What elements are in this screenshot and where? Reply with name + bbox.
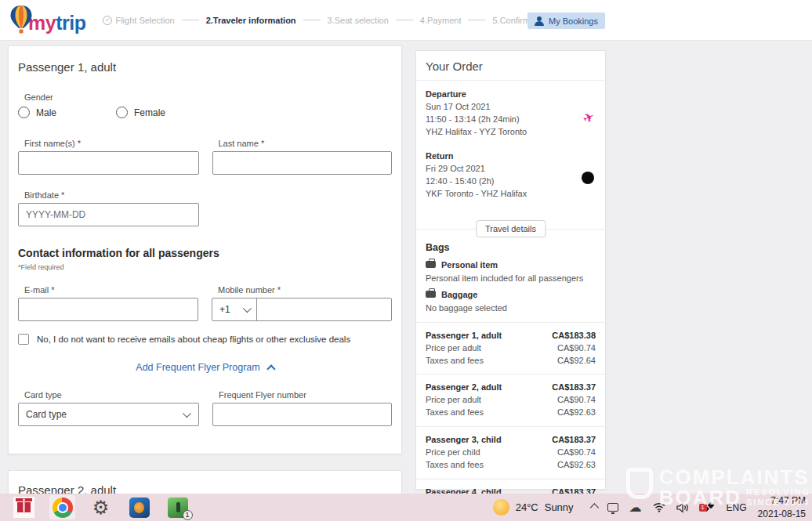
- dial-code-select[interactable]: +1: [212, 298, 257, 320]
- person-icon: [535, 16, 544, 26]
- airline-logo-icon: [582, 172, 594, 184]
- field-required-note: *Field required: [18, 263, 392, 271]
- personal-item-row: Personal item: [426, 260, 596, 270]
- green-app-icon: 1: [168, 497, 188, 518]
- gender-male-radio[interactable]: Male: [18, 107, 56, 118]
- contact-section-heading: Contact information for all passengers: [18, 247, 392, 259]
- wifi-icon[interactable]: [653, 502, 665, 512]
- gift-icon: [13, 497, 34, 518]
- cloud-icon: ☁: [629, 501, 642, 514]
- step-separator: [303, 20, 321, 20]
- top-navigation-bar: mytrip ✓ Flight Selection 2.Traveler inf…: [0, 0, 812, 41]
- mobile-number-input[interactable]: [257, 298, 391, 320]
- first-name-input[interactable]: [18, 151, 199, 175]
- notification-app-icon[interactable]: 1: [701, 502, 713, 513]
- notification-badge: 1: [183, 510, 193, 520]
- passenger-price-group: Passenger 2, adultCA$183.37 Price per ad…: [416, 374, 605, 427]
- last-name-input[interactable]: [212, 151, 393, 175]
- monitor-icon: [607, 503, 618, 512]
- baggage-row: Baggage: [426, 290, 596, 299]
- return-time: 12:40 - 15:40 (2h): [426, 175, 596, 188]
- step-separator: [396, 20, 413, 20]
- passenger-1-form-card: Passenger 1, adult Gender Male Female Fi…: [8, 45, 402, 454]
- bags-heading: Bags: [426, 242, 596, 253]
- departure-route: YHZ Halifax - YYZ Toronto: [426, 126, 596, 139]
- clock-date: 2021-08-15: [758, 508, 806, 520]
- passenger-price-group: Passenger 1, adultCA$183.38 Price per ad…: [416, 323, 605, 375]
- first-name-label: First name(s) *: [24, 139, 199, 148]
- taskbar-chrome-icon[interactable]: [49, 495, 75, 519]
- departure-date: Sun 17 Oct 2021: [426, 101, 596, 114]
- step-flight-selection[interactable]: ✓ Flight Selection: [103, 16, 174, 25]
- email-label: E-mail *: [24, 285, 198, 295]
- travel-details-button[interactable]: Travel details: [476, 220, 546, 237]
- email-optout-checkbox[interactable]: [18, 334, 29, 345]
- balloon-icon: [9, 5, 33, 36]
- weather-condition[interactable]: Sunny: [545, 501, 574, 513]
- step-traveler-information: 2.Traveler information: [206, 16, 296, 25]
- baggage-text: No baggage selected: [426, 303, 596, 313]
- chevron-down-icon: [183, 409, 191, 418]
- email-optout-checkbox-row[interactable]: No, I do not want to receive emails abou…: [18, 334, 392, 345]
- briefcase-icon: [426, 261, 436, 268]
- hidden-icons-chevron[interactable]: [590, 505, 596, 511]
- taskbar-clock[interactable]: 7:47 PM 2021-08-15: [758, 494, 806, 519]
- radio-circle[interactable]: [116, 107, 128, 118]
- gear-icon: ⚙: [92, 498, 110, 517]
- wifi-arcs-icon: [653, 502, 665, 512]
- suitcase-icon: [426, 291, 436, 298]
- sparkle-icon: 1: [701, 502, 713, 513]
- chrome-icon: [53, 497, 73, 518]
- step-separator: [468, 20, 485, 20]
- order-title: Your Order: [416, 51, 605, 81]
- birthdate-input[interactable]: [18, 203, 199, 226]
- flight-summary-section: Departure Sun 17 Oct 2021 11:50 - 13:14 …: [416, 81, 605, 230]
- email-optout-label: No, I do not want to receive emails abou…: [37, 335, 350, 344]
- card-type-label: Card type: [24, 390, 199, 400]
- return-route: YKF Toronto - YHZ Halifax: [426, 188, 596, 201]
- weather-temperature[interactable]: 24°C: [516, 501, 538, 513]
- taskbar-gift-app-icon[interactable]: [11, 495, 37, 519]
- checkout-steps: ✓ Flight Selection 2.Traveler informatio…: [103, 16, 549, 25]
- order-summary-panel: Your Order Departure Sun 17 Oct 2021 11:…: [415, 50, 606, 490]
- personal-item-text: Personal item included for all passenger…: [426, 273, 596, 283]
- email-input[interactable]: [18, 298, 198, 321]
- step-separator: [182, 20, 199, 20]
- onedrive-cloud-icon[interactable]: ☁: [629, 501, 642, 514]
- windows-taskbar: ⚙ 1 24°C Sunny ☁: [0, 494, 812, 521]
- language-indicator[interactable]: ENG: [727, 502, 747, 513]
- my-bookings-button[interactable]: My Bookings: [527, 13, 605, 29]
- radio-circle[interactable]: [18, 107, 30, 118]
- step-done-icon: ✓: [103, 16, 112, 25]
- taskbar-settings-icon[interactable]: ⚙: [88, 495, 114, 519]
- add-frequent-flyer-link[interactable]: Add Frequent Flyer Program: [18, 362, 392, 373]
- volume-icon[interactable]: [676, 502, 690, 513]
- passenger-price-group: Passenger 3, childCA$183.37 Price per ch…: [416, 427, 605, 479]
- card-type-select[interactable]: Card type: [18, 403, 199, 426]
- blue-app-icon: [129, 497, 150, 518]
- frequent-flyer-number-label: Frequent Flyer number: [219, 390, 392, 400]
- step-payment: 4.Payment: [420, 16, 462, 25]
- cast-display-icon[interactable]: [607, 503, 618, 512]
- clock-time: 7:47 PM: [758, 494, 806, 507]
- departure-time: 11:50 - 13:14 (2h 24min): [426, 114, 596, 126]
- logo-wordmark: mytrip: [28, 13, 85, 36]
- speaker-icon: [676, 502, 690, 513]
- frequent-flyer-number-input[interactable]: [212, 403, 392, 426]
- return-flight: Return Fri 29 Oct 2021 12:40 - 15:40 (2h…: [426, 151, 596, 201]
- tray-notification-badge: 1: [699, 504, 707, 512]
- gender-label: Gender: [24, 92, 392, 102]
- gender-female-radio[interactable]: Female: [116, 107, 165, 118]
- passenger-1-title: Passenger 1, adult: [18, 60, 392, 74]
- step-seat-selection: 3.Seat selection: [328, 16, 389, 25]
- chevron-down-icon: [243, 304, 252, 313]
- taskbar-green-app-icon[interactable]: 1: [165, 495, 190, 519]
- mytrip-logo[interactable]: mytrip: [9, 5, 85, 36]
- chevron-up-icon: [266, 364, 275, 373]
- return-date: Fri 29 Oct 2021: [426, 163, 596, 175]
- taskbar-blue-app-icon[interactable]: [126, 495, 152, 519]
- chevron-up-icon: [589, 503, 598, 512]
- weather-sun-icon[interactable]: [493, 499, 509, 516]
- departure-flight: Departure Sun 17 Oct 2021 11:50 - 13:14 …: [426, 89, 596, 139]
- mobile-number-label: Mobile number *: [218, 285, 392, 295]
